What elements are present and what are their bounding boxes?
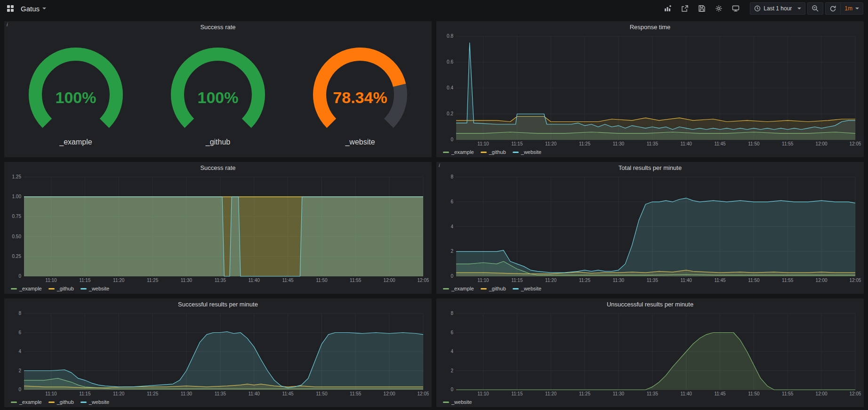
panel-info-icon[interactable]: i (436, 162, 444, 169)
svg-text:11:50: 11:50 (316, 391, 328, 396)
svg-text:0: 0 (450, 273, 453, 279)
svg-text:11:20: 11:20 (545, 391, 557, 396)
gauge-label: _website (345, 138, 375, 146)
legend-item-_website[interactable]: _website (80, 286, 109, 291)
svg-text:8: 8 (450, 311, 453, 316)
legend-item-_example[interactable]: _example (443, 149, 474, 155)
svg-text:11:30: 11:30 (181, 391, 193, 396)
apps-grid-icon[interactable] (5, 3, 16, 14)
gear-icon (715, 5, 723, 12)
gauge-arc: 100% (147, 44, 289, 138)
legend-label: _website (521, 286, 541, 291)
response-time-chart[interactable]: 11:1011:1511:2011:2511:3011:3511:4011:45… (438, 32, 861, 148)
chart-legend: _example_github_website (6, 398, 429, 406)
legend-label: _example (451, 286, 474, 291)
monitor-icon (732, 5, 739, 12)
svg-text:0: 0 (450, 137, 453, 142)
panel-header[interactable]: Successful results per minute (4, 298, 432, 310)
legend-item-_website[interactable]: _website (80, 399, 109, 405)
svg-text:12:00: 12:00 (816, 391, 828, 396)
panel-header[interactable]: Total results per minute (436, 162, 864, 173)
cycle-view-button[interactable] (728, 2, 743, 15)
share-dashboard-button[interactable] (677, 2, 692, 15)
legend-item-_website[interactable]: _website (443, 399, 472, 405)
series-fill-_website (456, 198, 855, 276)
legend-item-_example[interactable]: _example (11, 286, 42, 291)
svg-text:11:35: 11:35 (647, 141, 659, 146)
legend-item-_website[interactable]: _website (513, 286, 541, 291)
svg-text:11:50: 11:50 (748, 141, 760, 146)
panel-title: Total results per minute (619, 164, 682, 171)
legend-item-_github[interactable]: _github (481, 149, 506, 155)
total-results-chart[interactable]: 11:1011:1511:2011:2511:3011:3511:4011:45… (438, 173, 861, 284)
panel-total-results: i Total results per minute 11:1011:1511:… (436, 161, 864, 294)
dashboard-settings-button[interactable] (711, 2, 726, 15)
svg-text:11:40: 11:40 (249, 278, 260, 283)
legend-label: _github (57, 399, 74, 405)
success-rate-chart[interactable]: 11:1011:1511:2011:2511:3011:3511:4011:45… (6, 173, 429, 284)
svg-text:0: 0 (18, 273, 21, 279)
svg-text:2: 2 (18, 368, 21, 373)
y-axis: 02468 (450, 311, 855, 392)
zoom-out-time-button[interactable] (807, 2, 823, 15)
svg-text:11:25: 11:25 (579, 391, 591, 396)
legend-marker (80, 288, 87, 289)
legend-label: _github (489, 149, 506, 155)
unsuccessful-results-chart[interactable]: 11:1011:1511:2011:2511:3011:3511:4011:45… (438, 310, 861, 398)
legend-marker (443, 288, 449, 289)
panel-info-icon[interactable]: i (4, 21, 12, 29)
svg-text:12:05: 12:05 (417, 391, 429, 396)
legend-marker (481, 288, 487, 289)
legend-marker (48, 402, 55, 403)
zoom-out-icon (812, 5, 819, 12)
legend-item-_github[interactable]: _github (481, 286, 506, 291)
time-range-picker[interactable]: Last 1 hour (750, 2, 805, 15)
svg-text:0.8: 0.8 (447, 33, 453, 39)
legend-label: _website (451, 399, 472, 405)
gauge-row: 100%_example100%_github78.34%_website (4, 32, 432, 157)
svg-text:11:55: 11:55 (350, 391, 362, 396)
refresh-interval-dropdown[interactable]: 1m (840, 3, 863, 14)
successful-results-chart[interactable]: 11:1011:1511:2011:2511:3011:3511:4011:45… (6, 310, 429, 398)
svg-text:11:25: 11:25 (147, 278, 159, 283)
svg-text:12:05: 12:05 (849, 141, 861, 146)
refresh-controls: 1m (825, 2, 863, 15)
svg-text:11:50: 11:50 (748, 278, 760, 283)
save-dashboard-button[interactable] (694, 2, 709, 15)
panel-successful-results: Successful results per minute 11:1011:15… (4, 298, 432, 408)
svg-text:4: 4 (18, 349, 21, 354)
add-panel-button[interactable] (660, 2, 675, 15)
svg-text:11:35: 11:35 (215, 278, 226, 283)
gauge-arc: 100% (5, 44, 146, 138)
legend-label: _example (451, 149, 474, 155)
svg-text:11:15: 11:15 (79, 391, 91, 396)
svg-text:2: 2 (450, 368, 453, 373)
dashboard-grid: i Success rate 100%_example100%_github78… (0, 17, 868, 410)
legend-marker (443, 152, 449, 153)
panel-header[interactable]: Unsuccessful results per minute (436, 298, 864, 310)
svg-text:11:20: 11:20 (113, 391, 125, 396)
legend-marker (11, 402, 17, 403)
svg-text:12:00: 12:00 (816, 278, 828, 283)
panel-header[interactable]: Success rate (4, 162, 432, 173)
dashboard-title-dropdown[interactable]: Gatus (18, 3, 49, 15)
legend-item-_example[interactable]: _example (11, 399, 42, 405)
panel-title: Response time (630, 24, 671, 31)
panel-header[interactable]: Response time (436, 21, 864, 32)
legend-item-_website[interactable]: _website (513, 149, 541, 155)
legend-item-_github[interactable]: _github (48, 399, 74, 405)
series-line-_website (456, 43, 855, 129)
legend-label: _website (521, 149, 541, 155)
legend-item-_example[interactable]: _example (443, 286, 474, 291)
panel-title: Success rate (200, 164, 235, 171)
gauge-label: _example (59, 138, 92, 146)
svg-text:11:15: 11:15 (511, 141, 523, 146)
panel-header[interactable]: Success rate (4, 21, 432, 32)
add-panel-icon (664, 5, 672, 12)
refresh-button[interactable] (826, 3, 840, 14)
legend-item-_github[interactable]: _github (48, 286, 74, 291)
svg-text:12:05: 12:05 (849, 391, 861, 396)
legend-label: _website (89, 399, 109, 405)
svg-text:11:25: 11:25 (147, 391, 159, 396)
chevron-down-icon (42, 8, 46, 9)
